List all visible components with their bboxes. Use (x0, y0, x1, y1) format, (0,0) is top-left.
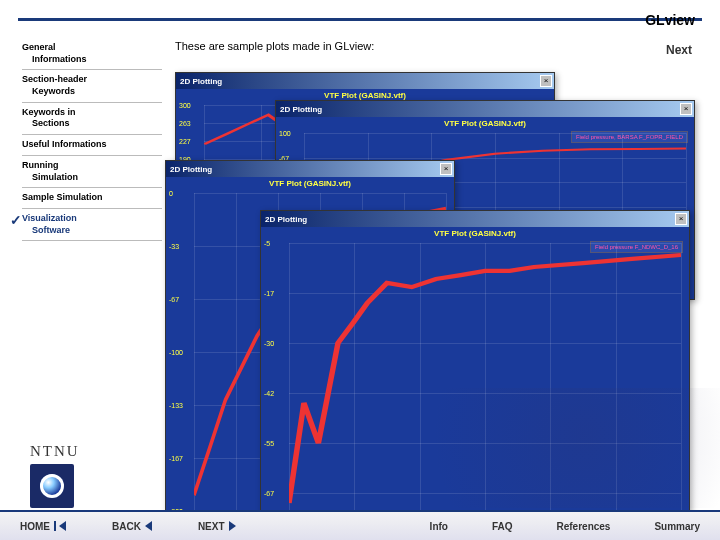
sidebar-item-sample-sim[interactable]: Sample Simulation (22, 188, 162, 209)
sidebar-item-label: Keywords (32, 86, 75, 96)
sidebar: General Informations Section-header Keyw… (22, 38, 162, 241)
sidebar-item-general[interactable]: General Informations (22, 38, 162, 70)
sidebar-item-visualization[interactable]: ✓ Visualization Software (22, 209, 162, 241)
footer-bar: HOME BACK NEXT Info FAQ References Summa… (0, 510, 720, 540)
triangle-left-icon (59, 521, 66, 531)
sidebar-item-label: General (22, 42, 56, 52)
plot-titlebar[interactable]: 2D Plotting × (261, 211, 689, 227)
sidebar-item-useful-info[interactable]: Useful Informations (22, 135, 162, 156)
sidebar-item-label: Software (32, 225, 70, 235)
sidebar-item-label: Simulation (32, 172, 78, 182)
triangle-left-icon (145, 521, 152, 531)
plot-titlebar[interactable]: 2D Plotting × (166, 161, 454, 177)
nav-label: BACK (112, 521, 141, 532)
close-icon[interactable]: × (540, 75, 552, 87)
close-icon[interactable]: × (440, 163, 452, 175)
info-link[interactable]: Info (430, 521, 448, 532)
nav-label: NEXT (198, 521, 225, 532)
sidebar-item-label: Sections (32, 118, 70, 128)
page-title: GLview (645, 12, 695, 28)
plot-titlebar[interactable]: 2D Plotting × (176, 73, 554, 89)
sidebar-item-keywords-sections[interactable]: Keywords in Sections (22, 103, 162, 135)
close-icon[interactable]: × (680, 103, 692, 115)
home-button[interactable]: HOME (20, 521, 66, 532)
references-link[interactable]: References (557, 521, 611, 532)
summary-link[interactable]: Summary (654, 521, 700, 532)
plot-titlebar[interactable]: 2D Plotting × (276, 101, 694, 117)
window-title: 2D Plotting (168, 165, 212, 174)
plot-title: VTF Plot (GASINJ.vtf) (324, 91, 406, 100)
plot-title: VTF Plot (GASINJ.vtf) (444, 119, 526, 128)
window-title: 2D Plotting (178, 77, 222, 86)
sidebar-item-label: Informations (32, 54, 87, 64)
intro-text: These are sample plots made in GLview: (175, 40, 702, 52)
nav-label: HOME (20, 521, 50, 532)
sidebar-item-label: Visualization (22, 213, 77, 223)
ntnu-text: NTNU (30, 443, 80, 460)
footer: HOME BACK NEXT Info FAQ References Summa… (0, 470, 720, 540)
triangle-right-icon (229, 521, 236, 531)
plot-title: VTF Plot (GASINJ.vtf) (269, 179, 351, 188)
sidebar-item-section-header[interactable]: Section-header Keywords (22, 70, 162, 102)
window-title: 2D Plotting (263, 215, 307, 224)
plot-stack: 2D Plotting × VTF Plot (GASINJ.vtf) 3002… (175, 72, 700, 482)
sidebar-item-running-sim[interactable]: Running Simulation (22, 156, 162, 188)
plot-title: VTF Plot (GASINJ.vtf) (434, 229, 516, 238)
faq-link[interactable]: FAQ (492, 521, 513, 532)
main-area: These are sample plots made in GLview: (175, 40, 702, 52)
home-icon (54, 521, 56, 531)
top-divider (18, 18, 702, 21)
sidebar-item-label: Section-header (22, 74, 87, 84)
close-icon[interactable]: × (675, 213, 687, 225)
sidebar-item-label: Useful Informations (22, 139, 107, 149)
sidebar-item-label: Running (22, 160, 59, 170)
sidebar-item-label: Sample Simulation (22, 192, 103, 202)
back-button[interactable]: BACK (112, 521, 152, 532)
next-button[interactable]: Next (666, 43, 692, 57)
sidebar-item-label: Keywords in (22, 107, 76, 117)
next-button-footer[interactable]: NEXT (198, 521, 236, 532)
window-title: 2D Plotting (278, 105, 322, 114)
check-icon: ✓ (10, 211, 22, 229)
